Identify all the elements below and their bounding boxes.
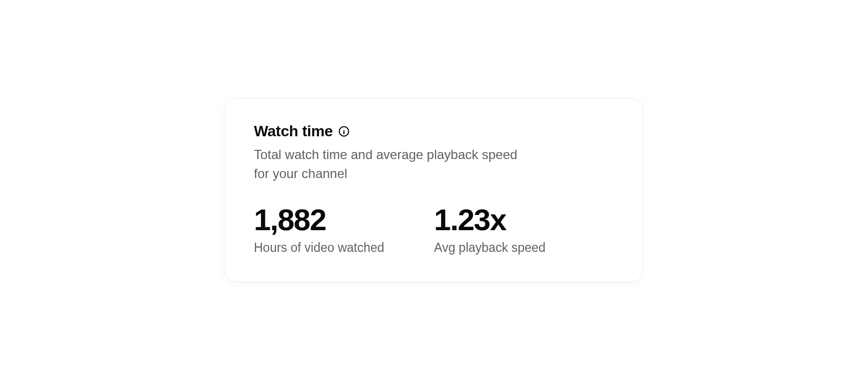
info-icon[interactable] — [338, 125, 350, 137]
metric-value: 1,882 — [254, 203, 434, 237]
metric-value: 1.23x — [434, 203, 614, 237]
watch-time-card: Watch time Total watch time and average … — [225, 98, 643, 282]
card-subtitle: Total watch time and average playback sp… — [254, 145, 536, 183]
metric-label: Avg playback speed — [434, 240, 614, 255]
card-title-row: Watch time — [254, 123, 614, 140]
svg-point-2 — [344, 129, 344, 129]
metrics-row: 1,882 Hours of video watched 1.23x Avg p… — [254, 203, 614, 256]
card-header: Watch time Total watch time and average … — [254, 123, 614, 183]
metric-label: Hours of video watched — [254, 240, 434, 255]
card-title: Watch time — [254, 123, 333, 140]
metric-playback-speed: 1.23x Avg playback speed — [434, 203, 614, 256]
metric-hours-watched: 1,882 Hours of video watched — [254, 203, 434, 256]
